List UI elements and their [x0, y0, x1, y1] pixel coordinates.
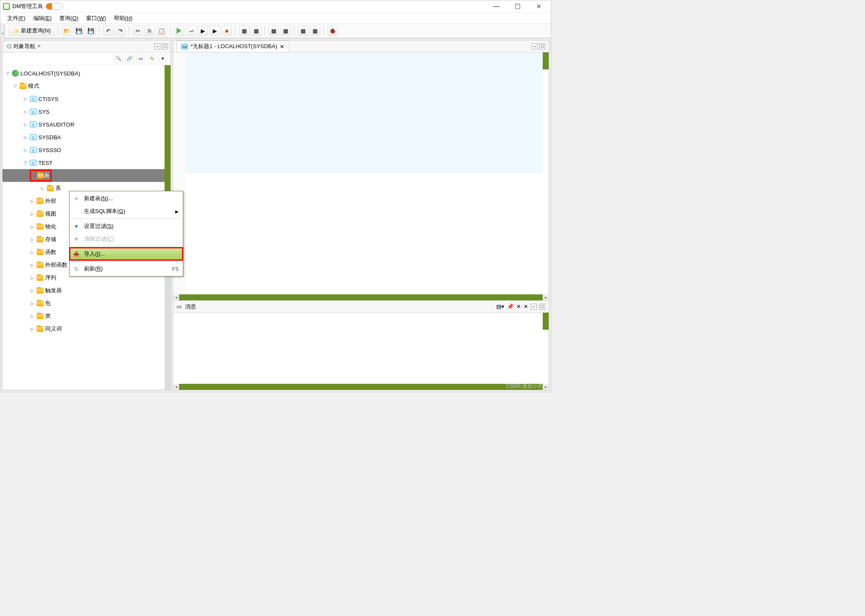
- tree-schema[interactable]: {}SYSSSO: [3, 144, 165, 156]
- expand-toggle[interactable]: [30, 301, 35, 306]
- tree-item[interactable]: 触发器: [3, 284, 165, 297]
- menu-edit[interactable]: 编辑(E): [33, 14, 52, 22]
- msg-filter-button[interactable]: ▤▾: [496, 303, 504, 310]
- tree-item[interactable]: 同义词: [3, 322, 165, 335]
- expand-toggle[interactable]: [23, 161, 28, 165]
- dropdown-toggle[interactable]: ▾: [159, 55, 167, 63]
- new-query-button[interactable]: ✨ 新建查询(N): [9, 26, 55, 36]
- collapse-icon-button[interactable]: ▭: [136, 55, 145, 63]
- msg-min-button[interactable]: ‒: [531, 304, 537, 310]
- run-selection-button[interactable]: ▶: [210, 26, 220, 36]
- tree-label: 视图: [45, 210, 56, 218]
- run-script-button[interactable]: ▶: [198, 26, 208, 36]
- ctx-shortcut: F5: [172, 266, 179, 272]
- tb-util-2[interactable]: ▦: [251, 26, 261, 36]
- expand-toggle[interactable]: [30, 250, 35, 255]
- tree-schema-folder[interactable]: 模式: [3, 80, 165, 92]
- tb-util-5[interactable]: ▦: [298, 26, 308, 36]
- nav-tab-close[interactable]: ✕: [37, 43, 41, 49]
- expand-toggle[interactable]: [32, 173, 37, 178]
- funnel-clear-icon: ▼: [73, 236, 80, 242]
- messages-scrollbar[interactable]: [543, 313, 549, 330]
- undo-button[interactable]: ↶: [103, 26, 113, 36]
- redo-button[interactable]: ↷: [115, 26, 125, 36]
- expand-toggle[interactable]: [30, 327, 35, 331]
- expand-toggle[interactable]: [30, 199, 35, 204]
- tree-schema[interactable]: {}SYSAUDITOR: [3, 118, 165, 131]
- menu-window[interactable]: 窗口(W): [86, 14, 106, 22]
- editor-tab-close[interactable]: ✕: [280, 43, 284, 50]
- nav-tab[interactable]: ⌬ 对象导航 ✕: [5, 43, 43, 50]
- open-folder-button[interactable]: 📂: [62, 26, 72, 36]
- menu-query[interactable]: 查询(Q): [59, 14, 78, 22]
- expand-toggle[interactable]: [40, 186, 45, 191]
- expand-toggle[interactable]: [23, 97, 28, 101]
- stop-button[interactable]: ■: [222, 26, 232, 36]
- editor-line[interactable]: [186, 52, 543, 173]
- expand-toggle[interactable]: [30, 263, 35, 268]
- link-icon-button[interactable]: 🔗: [125, 55, 134, 63]
- copy-button[interactable]: ⎘: [145, 26, 155, 36]
- tree-schema[interactable]: {}SYSDBA: [3, 131, 165, 144]
- tree-item[interactable]: 类: [3, 310, 165, 322]
- editor-tab[interactable]: sql *无标题1 - LOCALHOST(SYSDBA) ✕: [176, 40, 289, 52]
- cut-button[interactable]: ✂: [133, 26, 143, 36]
- tree-tables-node[interactable]: 表: [3, 169, 165, 182]
- expand-toggle[interactable]: [30, 237, 35, 242]
- tree-root[interactable]: LOCALHOST(SYSDBA): [3, 67, 165, 80]
- app-icon: [3, 3, 10, 10]
- editor-panel: sql *无标题1 - LOCALHOST(SYSDBA) ✕ ‒ ☐: [173, 40, 549, 390]
- editor-h-scrollbar[interactable]: ◂▸: [173, 294, 549, 300]
- menu-help[interactable]: 帮助(H): [114, 14, 133, 22]
- ctx-import[interactable]: 📥 导入(I)...: [69, 248, 183, 260]
- debug-button[interactable]: ⤻: [186, 26, 196, 36]
- expand-toggle[interactable]: [13, 84, 18, 89]
- ctx-refresh[interactable]: ↻ 刷新(R) F5: [69, 262, 183, 275]
- tree-schema[interactable]: {}CTISYS: [3, 92, 165, 105]
- menu-file[interactable]: 文件(F): [7, 14, 26, 22]
- msg-close-button[interactable]: ✕: [524, 303, 528, 310]
- minimize-panel-button[interactable]: ‒: [154, 43, 160, 49]
- bug-button[interactable]: 🐞: [327, 26, 338, 36]
- refresh-icon-button[interactable]: ⇆: [148, 55, 156, 63]
- expand-toggle[interactable]: [5, 71, 10, 76]
- run-button[interactable]: [174, 26, 184, 36]
- paste-button[interactable]: 📋: [156, 26, 167, 36]
- save-all-button[interactable]: 💾: [86, 26, 96, 36]
- tb-util-6[interactable]: ▦: [310, 26, 320, 36]
- expand-toggle[interactable]: [30, 288, 35, 293]
- sql-editor[interactable]: [173, 52, 549, 294]
- messages-h-scrollbar[interactable]: ◂▸: [173, 384, 549, 390]
- tree-item[interactable]: 包: [3, 297, 165, 310]
- expand-toggle[interactable]: [30, 314, 35, 319]
- tree-schema[interactable]: {}SYS: [3, 105, 165, 118]
- expand-toggle[interactable]: [23, 109, 28, 114]
- left-collapse-handle[interactable]: ◂: [0, 25, 4, 42]
- minimize-button[interactable]: —: [487, 0, 506, 12]
- ctx-gen-sql[interactable]: 生成SQL脚本(G) ▶: [69, 205, 183, 218]
- ctx-set-filter[interactable]: ▼ 设置过滤(S): [69, 220, 183, 233]
- editor-scrollbar[interactable]: [543, 52, 549, 69]
- tb-util-1[interactable]: ▦: [239, 26, 249, 36]
- save-button[interactable]: 💾: [74, 26, 84, 36]
- expand-toggle[interactable]: [30, 276, 35, 280]
- msg-pin-button[interactable]: 📌: [507, 303, 514, 310]
- editor-min-button[interactable]: ‒: [532, 43, 538, 49]
- close-button[interactable]: ✕: [529, 0, 548, 12]
- filter-icon-button[interactable]: 🔍: [114, 55, 123, 63]
- expand-toggle[interactable]: [23, 122, 28, 127]
- maximize-button[interactable]: ☐: [508, 0, 527, 12]
- maximize-panel-button[interactable]: ☐: [162, 43, 168, 49]
- expand-toggle[interactable]: [23, 135, 28, 140]
- tb-util-3[interactable]: ▦: [269, 26, 279, 36]
- ctx-new-table[interactable]: + 新建表(N)...: [69, 192, 183, 205]
- expand-toggle[interactable]: [30, 225, 35, 229]
- tb-util-4[interactable]: ▦: [281, 26, 291, 36]
- save-icon: 💾: [75, 28, 82, 34]
- tree-schema-test[interactable]: {}TEST: [3, 156, 165, 169]
- expand-toggle[interactable]: [23, 148, 28, 153]
- expand-toggle[interactable]: [30, 212, 35, 216]
- editor-max-button[interactable]: ☐: [539, 43, 545, 49]
- msg-clear-button[interactable]: ✕: [516, 303, 521, 310]
- msg-max-button[interactable]: ☐: [539, 304, 545, 310]
